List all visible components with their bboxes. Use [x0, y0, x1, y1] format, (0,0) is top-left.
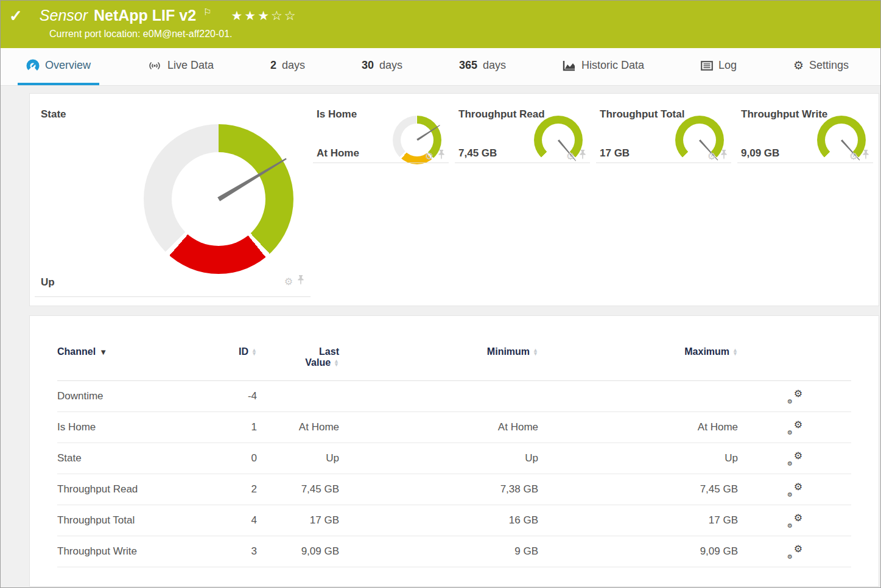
column-header-id[interactable]: ID▲▼	[239, 346, 257, 357]
channel-name: Throughput Write	[57, 545, 200, 558]
table-row: State 0 Up Up Up ⚙⚙	[57, 443, 851, 474]
channel-settings-gears-icon[interactable]: ⚙⚙	[787, 483, 802, 496]
gauge-value: 7,45 GB	[458, 147, 497, 159]
tab-label: Live Data	[167, 59, 214, 72]
channel-settings-gears-icon[interactable]: ⚙⚙	[787, 390, 802, 403]
tab-historic-data[interactable]: Historic Data	[554, 48, 653, 85]
gauge-title: Throughput Write	[741, 108, 827, 121]
gauge-is-home: Is Home At Home ⚙	[313, 94, 455, 306]
channel-id: 4	[251, 514, 257, 527]
tab-2-days[interactable]: 2 days	[262, 48, 314, 85]
gauge-value: 9,09 GB	[741, 147, 779, 159]
gauges-panel: State Up ⚙ Is Home	[29, 93, 879, 306]
channel-settings-gears-icon[interactable]: ⚙⚙	[787, 545, 802, 558]
gear-icon[interactable]: ⚙	[707, 150, 716, 162]
maximum-value: 9,09 GB	[700, 545, 738, 558]
status-ok-check-icon: ✓	[9, 8, 23, 24]
last-value: 7,45 GB	[301, 483, 339, 495]
divider	[35, 296, 311, 297]
gauge-value: 17 GB	[600, 147, 630, 159]
tab-label: days	[379, 59, 402, 72]
tab-label: Historic Data	[581, 59, 644, 72]
gauge-value: Up	[41, 276, 55, 289]
divider	[455, 163, 590, 163]
last-value: 9,09 GB	[301, 545, 339, 558]
gear-icon[interactable]: ⚙	[425, 150, 433, 162]
tab-label: days	[282, 59, 305, 72]
gauge-throughput-write: Throughput Write 9,09 GB ⚙	[737, 94, 879, 306]
column-header-last-value[interactable]: Last Value▲▼	[305, 346, 339, 368]
column-header-channel[interactable]: Channel▼	[57, 346, 200, 357]
gauge-icon	[26, 59, 40, 72]
tab-365-days[interactable]: 365 days	[451, 48, 514, 85]
column-header-maximum[interactable]: Maximum▲▼	[684, 346, 738, 357]
gauge-throughput-read: Throughput Read 7,45 GB ⚙	[455, 94, 596, 306]
gear-icon: ⚙	[793, 58, 804, 72]
maximum-value: 7,45 GB	[700, 483, 738, 495]
priority-stars[interactable]: ★★★☆☆	[231, 9, 298, 23]
table-row: Is Home 1 At Home At Home At Home ⚙⚙	[57, 412, 851, 443]
channel-name: State	[57, 452, 200, 464]
tab-number: 30	[362, 59, 374, 72]
channel-id: -4	[248, 390, 257, 402]
gauge-title: State	[41, 108, 66, 121]
gear-icon[interactable]: ⚙	[566, 150, 575, 162]
pin-icon[interactable]	[720, 150, 728, 162]
pin-icon[interactable]	[579, 150, 586, 162]
log-list-icon	[701, 61, 713, 71]
tab-label: Log	[718, 59, 737, 72]
area-chart-icon	[563, 60, 576, 71]
tab-overview[interactable]: Overview	[18, 48, 99, 85]
tab-settings[interactable]: ⚙ Settings	[785, 48, 857, 85]
divider	[737, 163, 873, 163]
tab-live-data[interactable]: Live Data	[139, 48, 222, 85]
minimum-value: At Home	[498, 421, 538, 433]
maximum-value: At Home	[698, 421, 738, 433]
divider	[596, 163, 731, 163]
minimum-value: 9 GB	[514, 545, 538, 558]
maximum-value: 17 GB	[709, 514, 738, 527]
pin-icon[interactable]	[297, 275, 304, 287]
tab-bar: Overview Live Data 2 days 30 days 365 da…	[1, 48, 880, 86]
gauge-throughput-total: Throughput Total 17 GB ⚙	[596, 94, 737, 306]
sensor-subtitle: Current port location: e0M@net-aff220-01…	[49, 29, 880, 40]
pin-icon[interactable]	[438, 150, 445, 162]
channel-id: 3	[251, 545, 257, 558]
sort-arrows-icon: ▲▼	[732, 349, 738, 355]
sort-desc-caret-icon: ▼	[99, 348, 107, 357]
channel-settings-gears-icon[interactable]: ⚙⚙	[787, 514, 802, 527]
column-header-minimum[interactable]: Minimum▲▼	[487, 346, 538, 357]
tab-number: 2	[270, 59, 276, 72]
tab-number: 365	[459, 59, 477, 72]
sensor-header: ✓ Sensor NetApp LIF v2 ⚐ ★★★☆☆ Current p…	[1, 1, 880, 48]
sort-arrows-icon: ▲▼	[533, 349, 538, 355]
sort-arrows-icon: ▲▼	[251, 349, 257, 355]
sort-arrows-icon: ▲▼	[334, 360, 339, 366]
maximum-value: Up	[725, 452, 738, 464]
channel-settings-gears-icon[interactable]: ⚙⚙	[787, 421, 802, 434]
minimum-value: 7,38 GB	[500, 483, 538, 495]
pin-icon[interactable]	[862, 150, 869, 162]
gear-icon[interactable]: ⚙	[849, 150, 858, 162]
tab-label: Settings	[809, 59, 849, 72]
gear-icon[interactable]: ⚙	[284, 276, 293, 287]
app-window: ✓ Sensor NetApp LIF v2 ⚐ ★★★☆☆ Current p…	[0, 0, 881, 588]
channel-id: 0	[251, 452, 257, 464]
tab-label: Overview	[45, 59, 91, 72]
channel-settings-gears-icon[interactable]: ⚙⚙	[787, 452, 802, 465]
gauge-title: Is Home	[317, 108, 357, 121]
channel-name: Is Home	[57, 421, 200, 433]
tab-log[interactable]: Log	[692, 48, 745, 85]
broadcast-icon	[147, 61, 162, 71]
divider	[313, 163, 449, 163]
channel-name: Throughput Read	[57, 483, 200, 495]
table-row: Downtime -4 ⚙⚙	[57, 381, 851, 412]
last-value: At Home	[299, 421, 339, 433]
channel-name: Downtime	[57, 390, 200, 402]
gauge-title: Throughput Total	[600, 108, 684, 121]
state-gauge-dial	[144, 124, 293, 274]
gauge-state: State Up ⚙	[30, 94, 313, 306]
flag-icon[interactable]: ⚐	[203, 7, 211, 18]
tab-30-days[interactable]: 30 days	[353, 48, 411, 85]
tab-label: days	[483, 59, 506, 72]
